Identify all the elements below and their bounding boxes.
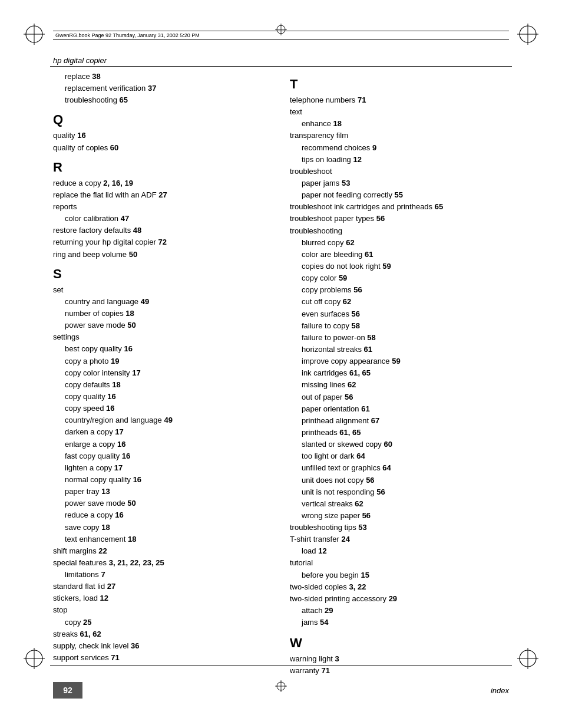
entry-limitations: limitations 7 <box>53 569 272 581</box>
entry-darken-copy: darken a copy 17 <box>53 426 272 438</box>
entry-quality: quality 16 <box>53 130 272 141</box>
entry-too-light-dark: too light or dark 64 <box>290 450 509 462</box>
entry-copy-photo: copy a photo 19 <box>53 355 272 367</box>
entry-tips-loading: tips on loading 12 <box>290 154 509 166</box>
entry-paper-tray: paper tray 13 <box>53 486 272 498</box>
pre-q-entries: replace 38 replacement verification 37 t… <box>53 71 272 106</box>
s-entries: set country and language 49 number of co… <box>53 284 272 664</box>
header-bar: GwenRG.book Page 92 Thursday, January 31… <box>53 31 509 40</box>
entry-save-copy: save copy 18 <box>53 522 272 533</box>
entry-horizontal-streaks: horizontal streaks 61 <box>290 344 509 355</box>
entry-vertical-streaks: vertical streaks 62 <box>290 498 509 510</box>
bottom-rule <box>50 666 512 666</box>
reg-mark-tl <box>24 24 45 45</box>
entry-color-calibration: color calibration 47 <box>53 213 272 225</box>
entry-before-you-begin: before you begin 15 <box>290 569 509 581</box>
entry-blurred-copy: blurred copy 62 <box>290 237 509 249</box>
entry-stop: stop <box>53 604 272 616</box>
entry-transparency-film: transparency film <box>290 130 509 141</box>
entry-enhance: enhance 18 <box>290 118 509 130</box>
page-number: 92 <box>53 682 82 699</box>
entry-best-copy-quality: best copy quality 16 <box>53 343 272 355</box>
q-entries: quality 16 quality of copies 60 <box>53 130 272 153</box>
entry-replace-flat-lid: replace the flat lid with an ADF 27 <box>53 189 272 201</box>
entry-fast-copy-quality: fast copy quality 16 <box>53 450 272 462</box>
footer-section-label: index <box>491 686 509 695</box>
entry-troubleshooting: troubleshooting <box>290 225 509 237</box>
entry-tshirt-transfer: T-shirt transfer 24 <box>290 533 509 545</box>
entry-streaks: streaks 61, 62 <box>53 628 272 640</box>
entry-normal-copy-quality: normal copy quality 16 <box>53 474 272 486</box>
entry-country-region-language: country/region and language 49 <box>53 414 272 426</box>
entry-returning: returning your hp digital copier 72 <box>53 236 272 248</box>
entry-special-features: special features 3, 21, 22, 23, 25 <box>53 557 272 569</box>
entry-attach: attach 29 <box>290 605 509 617</box>
entry-troubleshooting-pre: troubleshooting 65 <box>53 94 272 106</box>
entry-power-save-set: power save mode 50 <box>53 319 272 331</box>
entry-reduce-copy-settings: reduce a copy 16 <box>53 509 272 521</box>
entry-improve-copy-appearance: improve copy appearance 59 <box>290 355 509 367</box>
entry-troubleshoot-ink: troubleshoot ink cartridges and printhea… <box>290 201 509 213</box>
entry-copy-color: copy color 59 <box>290 272 509 284</box>
entry-failure-power-on: failure to power-on 58 <box>290 332 509 344</box>
entry-reduce-a-copy: reduce a copy 2, 16, 19 <box>53 177 272 189</box>
entry-lighten-copy: lighten a copy 17 <box>53 462 272 474</box>
entry-reports: reports <box>53 201 272 213</box>
entry-recommend-choices: recommend choices 9 <box>290 142 509 154</box>
t-entries: telephone numbers 71 text enhance 18 tra… <box>290 94 509 628</box>
entry-copies-not-look-right: copies do not look right 59 <box>290 261 509 272</box>
entry-unfilled-text: unfilled text or graphics 64 <box>290 462 509 474</box>
entry-copy-stop: copy 25 <box>53 617 272 628</box>
top-rule <box>50 66 512 67</box>
entry-text-enhancement: text enhancement 18 <box>53 533 272 545</box>
file-info-text: GwenRG.book Page 92 Thursday, January 31… <box>55 32 200 38</box>
reg-mark-bl <box>24 648 45 669</box>
entry-warranty: warranty 71 <box>290 665 509 677</box>
entry-restore-factory: restore factory defaults 48 <box>53 225 272 236</box>
entry-slanted-skewed: slanted or skewed copy 60 <box>290 439 509 450</box>
entry-copy-quality: copy quality 16 <box>53 391 272 403</box>
letter-q: Q <box>53 112 272 127</box>
entry-unit-not-responding: unit is not responding 56 <box>290 486 509 498</box>
entry-number-copies: number of copies 18 <box>53 308 272 319</box>
entry-missing-lines: missing lines 62 <box>290 379 509 391</box>
reg-mark-tr <box>517 24 538 45</box>
entry-two-sided-copies: two-sided copies 3, 22 <box>290 581 509 593</box>
main-content: replace 38 replacement verification 37 t… <box>53 71 509 645</box>
entry-two-sided-printing: two-sided printing accessory 29 <box>290 593 509 605</box>
entry-copy-color-intensity: copy color intensity 17 <box>53 367 272 379</box>
entry-country-language: country and language 49 <box>53 296 272 308</box>
entry-printhead-alignment: printhead alignment 67 <box>290 415 509 427</box>
entry-tshirt-load: load 12 <box>290 545 509 557</box>
section-r: R reduce a copy 2, 16, 19 replace the fl… <box>53 160 272 261</box>
entry-stickers-load: stickers, load 12 <box>53 592 272 604</box>
entry-quality-of-copies: quality of copies 60 <box>53 142 272 154</box>
entry-supply-ink: supply, check ink level 36 <box>53 640 272 652</box>
entry-paper-not-feeding: paper not feeding correctly 55 <box>290 189 509 201</box>
entry-enlarge-copy: enlarge a copy 16 <box>53 439 272 450</box>
entry-replace: replace 38 <box>53 71 272 83</box>
entry-jams: jams 54 <box>290 617 509 628</box>
right-column: T telephone numbers 71 text enhance 18 t… <box>290 71 509 645</box>
entry-wrong-size-paper: wrong size paper 56 <box>290 510 509 522</box>
entry-ring-beep: ring and beep volume 50 <box>53 249 272 261</box>
reg-mark-br <box>517 648 538 669</box>
entry-ink-cartridges: ink cartridges 61, 65 <box>290 367 509 379</box>
footer: 92 index <box>53 682 509 699</box>
entry-tutorial: tutorial <box>290 557 509 569</box>
entry-power-save-settings: power save mode 50 <box>53 498 272 509</box>
entry-troubleshoot: troubleshoot <box>290 166 509 177</box>
entry-troubleshooting-tips: troubleshooting tips 53 <box>290 522 509 533</box>
section-t: T telephone numbers 71 text enhance 18 t… <box>290 77 509 628</box>
section-q: Q quality 16 quality of copies 60 <box>53 112 272 153</box>
entry-warning-light: warning light 3 <box>290 653 509 665</box>
entry-replacement-verification: replacement verification 37 <box>53 83 272 94</box>
entry-copy-speed: copy speed 16 <box>53 403 272 414</box>
entry-settings: settings <box>53 331 272 343</box>
section-w: W warning light 3 warranty 71 <box>290 635 509 677</box>
r-entries: reduce a copy 2, 16, 19 replace the flat… <box>53 177 272 261</box>
entry-even-surfaces: even surfaces 56 <box>290 308 509 320</box>
entry-troubleshoot-paper-types: troubleshoot paper types 56 <box>290 213 509 225</box>
letter-t: T <box>290 77 509 92</box>
letter-r: R <box>53 160 272 175</box>
